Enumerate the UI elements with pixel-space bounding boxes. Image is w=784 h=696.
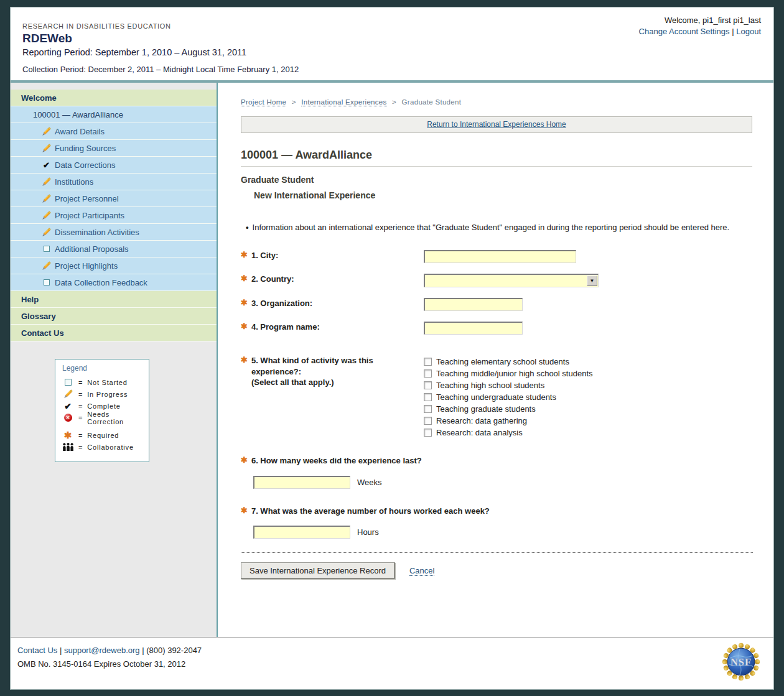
program-name-input[interactable] [424,322,523,335]
sidebar-item-label: Project Participants [55,211,124,220]
activity-option-label: Research: data analysis [436,428,523,437]
sidebar-item-project-personnel[interactable]: Project Personnel [11,190,217,207]
legend-equals: = [78,443,83,451]
sidebar-item-dissemination-activities[interactable]: Dissemination Activities [11,224,217,241]
not-started-icon [42,244,51,254]
sidebar-item-data-corrections[interactable]: ✔Data Corrections [11,157,217,174]
breadcrumb-separator: > [292,98,296,106]
legend-item: = In Progress [62,388,145,400]
omb-notice: OMB No. 3145-0164 Expires October 31, 20… [17,659,202,669]
checkbox-icon[interactable] [424,429,432,437]
bullet-icon: • [246,223,249,232]
checkbox-icon[interactable] [424,369,432,378]
checkbox-icon[interactable] [424,417,432,425]
legend-item: ✱ = Required [62,429,145,441]
pencil-icon [42,144,51,153]
sidebar-item-label: Award Details [55,127,105,136]
legend-title: Legend [62,364,145,373]
footer-divider: | [142,646,144,655]
activity-option[interactable]: Research: data analysis [424,427,752,438]
sidebar-item-label: Funding Sources [55,144,116,153]
question-row-activity: ✱ 5. What kind of activity was this expe… [241,355,752,438]
country-select[interactable]: ▼ [424,274,599,287]
legend-item: = Collaborative [62,441,145,453]
hours-suffix: Hours [357,527,379,537]
program-name-label: 4. Program name: [251,322,320,333]
question-row-hours: ✱7. What was the average number of hours… [241,506,752,539]
check-icon: ✔ [62,402,74,411]
sidebar-item-award-100001[interactable]: 100001 — AwardAlliance [11,106,217,123]
activity-option[interactable]: Teaching graduate students [424,403,752,415]
legend-label: Collaborative [87,443,134,451]
sidebar-item-help[interactable]: Help [11,291,217,308]
organization-input[interactable] [424,298,523,311]
activity-note: (Select all that apply.) [251,378,334,387]
city-input[interactable] [424,250,576,263]
activity-option[interactable]: Teaching middle/junior high school stude… [424,368,752,379]
hours-input[interactable] [253,526,350,539]
required-icon: ✱ [241,250,248,261]
dotted-separator [241,552,753,553]
pencil-icon [42,228,51,237]
sidebar-item-funding-sources[interactable]: Funding Sources [11,140,217,157]
activity-option-label: Teaching middle/junior high school stude… [436,369,593,378]
activity-option[interactable]: Teaching high school students [424,379,752,391]
required-icon: ✱ [241,298,248,309]
activity-label: 5. What kind of activity was this experi… [251,356,373,376]
legend-equals: = [78,379,83,386]
logout-link[interactable]: Logout [736,27,761,36]
question-row-country: ✱2. Country: ▼ [241,274,752,287]
question-row-weeks: ✱6. How many weeks did the experience la… [241,455,752,489]
question-row-organization: ✱3. Organization: [241,298,752,311]
app-title: RDEWeb [22,32,299,45]
breadcrumb: Project Home > International Experiences… [241,98,752,106]
save-button[interactable]: Save International Experience Record [241,562,395,579]
activity-option[interactable]: Teaching elementary school students [424,356,752,368]
checkbox-icon[interactable] [424,358,432,366]
sidebar-item-data-collection-feedback[interactable]: Data Collection Feedback [11,274,217,291]
footer-text: Contact Us | support@rdeweb.org | (800) … [17,646,202,669]
required-icon: ✱ [241,355,248,388]
weeks-input[interactable] [253,476,350,489]
checkbox-icon[interactable] [424,393,432,401]
breadcrumb-project-home[interactable]: Project Home [241,98,286,106]
sidebar-item-project-highlights[interactable]: Project Highlights [11,258,217,274]
change-account-settings-link[interactable]: Change Account Settings [639,27,730,36]
experience-form: ✱1. City: ✱2. Country: ▼ ✱3. Organizatio… [241,250,752,579]
footer-email-link[interactable]: support@rdeweb.org [64,646,140,655]
sidebar-item-institutions[interactable]: Institutions [11,174,217,190]
sidebar-item-glossary[interactable]: Glossary [11,308,217,325]
sidebar-item-welcome[interactable]: Welcome [11,90,217,106]
checkbox-icon[interactable] [424,381,432,389]
activity-option-label: Teaching elementary school students [436,357,569,366]
cancel-link[interactable]: Cancel [409,566,434,576]
footer: Contact Us | support@rdeweb.org | (800) … [11,637,773,689]
dropdown-arrow-button[interactable]: ▼ [587,276,597,286]
sidebar-item-contact-us[interactable]: Contact Us [11,325,217,341]
required-icon: ✱ [241,506,248,517]
sidebar-item-award-details[interactable]: Award Details [11,123,217,140]
footer-phone: (800) 392-2047 [146,646,202,655]
checkbox-icon[interactable] [424,405,432,413]
collaborative-icon [62,443,74,451]
sidebar-item-project-participants[interactable]: Project Participants [11,207,217,224]
activity-option[interactable]: Teaching undergraduate students [424,391,752,403]
footer-contact-us-link[interactable]: Contact Us [17,646,57,655]
activity-option[interactable]: Research: data gathering [424,415,752,427]
nsf-logo: NSF [722,643,760,681]
form-actions: Save International Experience Record Can… [241,562,752,579]
header-divider: | [732,27,734,36]
pencil-icon [42,127,51,136]
pencil-icon [42,177,51,187]
content-row: Welcome 100001 — AwardAlliance Award Det… [11,83,773,637]
required-icon: ✱ [62,430,74,440]
award-title: 100001 — AwardAlliance [241,149,752,167]
return-to-home-link[interactable]: Return to International Experiences Home [427,120,566,129]
welcome-text: Welcome, pi1_first pi1_last [639,16,761,25]
question-row-program-name: ✱4. Program name: [241,322,752,335]
sidebar-item-label: Additional Proposals [55,244,129,254]
sidebar-item-additional-proposals[interactable]: Additional Proposals [11,241,217,258]
breadcrumb-international-experiences[interactable]: International Experiences [301,98,386,106]
site-eyebrow: RESEARCH IN DISABILITIES EDUCATION [22,22,299,30]
pencil-icon [42,261,51,271]
